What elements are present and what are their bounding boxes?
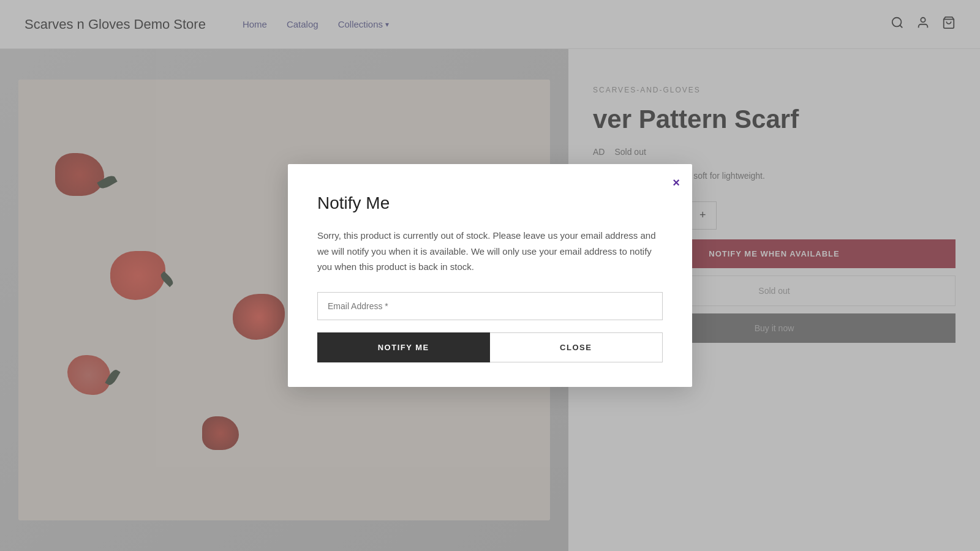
page-content: SCARVES-AND-GLOVES ver Pattern Scarf AD … <box>0 49 980 551</box>
notify-modal: × Notify Me Sorry, this product is curre… <box>288 164 692 387</box>
modal-title: Notify Me <box>317 193 663 213</box>
modal-notify-button[interactable]: NOTIFY ME <box>317 332 490 362</box>
modal-close-x-button[interactable]: × <box>673 176 680 189</box>
modal-action-buttons: NOTIFY ME CLOSE <box>317 332 663 362</box>
modal-close-button[interactable]: CLOSE <box>490 332 663 362</box>
email-input[interactable] <box>317 292 663 320</box>
modal-overlay[interactable]: × Notify Me Sorry, this product is curre… <box>0 0 980 551</box>
modal-description: Sorry, this product is currently out of … <box>317 228 663 275</box>
